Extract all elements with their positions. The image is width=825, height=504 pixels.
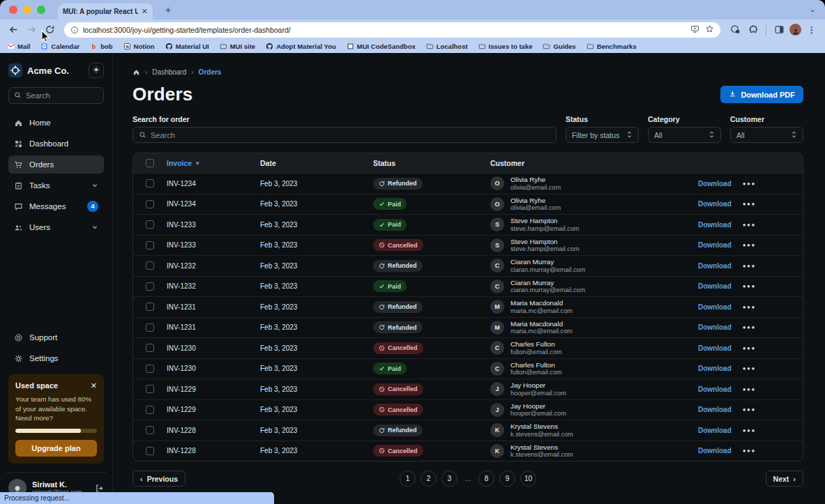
status-select[interactable]: Filter by status (566, 127, 639, 143)
theme-toggle-button[interactable] (89, 63, 104, 78)
profile-avatar[interactable] (789, 24, 801, 36)
row-checkbox[interactable] (146, 365, 154, 373)
sidebar-item-settings[interactable]: Settings (8, 349, 104, 367)
more-actions-button[interactable]: ●●● (743, 242, 756, 248)
more-actions-button[interactable]: ●●● (743, 365, 756, 372)
row-checkbox[interactable] (146, 220, 154, 229)
new-tab-button[interactable]: + (161, 4, 175, 15)
bookmark-calendar[interactable]: 31Calendar (40, 43, 80, 50)
download-link[interactable]: Download (698, 323, 732, 331)
download-link[interactable]: Download (698, 344, 732, 352)
sidebar-item-home[interactable]: Home (8, 114, 104, 132)
tab-close-icon[interactable]: ✕ (142, 8, 148, 15)
row-checkbox[interactable] (146, 179, 154, 188)
page-button-9[interactable]: 9 (499, 471, 515, 487)
row-checkbox[interactable] (146, 406, 154, 414)
order-search-input[interactable] (133, 127, 557, 143)
more-actions-button[interactable]: ●●● (743, 448, 756, 454)
page-button-1[interactable]: 1 (400, 471, 416, 487)
order-search-field[interactable] (151, 131, 550, 139)
download-link[interactable]: Download (698, 200, 732, 208)
row-checkbox[interactable] (146, 261, 154, 270)
download-link[interactable]: Download (698, 385, 732, 393)
bookmark-notion[interactable]: NNotion (123, 43, 155, 50)
download-link[interactable]: Download (698, 303, 732, 311)
sidebar-item-messages[interactable]: Messages4 (8, 197, 104, 215)
row-checkbox[interactable] (146, 447, 154, 455)
bookmark-localhost[interactable]: Localhost (426, 43, 468, 50)
window-minimize-button[interactable] (23, 6, 31, 14)
download-link[interactable]: Download (698, 180, 732, 188)
row-checkbox[interactable] (146, 344, 154, 352)
bookmark-material-ui[interactable]: Material UI (165, 43, 209, 50)
password-manager-icon[interactable] (727, 22, 743, 38)
row-checkbox[interactable] (146, 241, 154, 250)
bookmark-mail[interactable]: Mail (7, 43, 30, 50)
more-actions-button[interactable]: ●●● (743, 201, 756, 207)
page-button-10[interactable]: 10 (520, 471, 536, 487)
breadcrumb-orders[interactable]: Orders (199, 68, 222, 76)
more-actions-button[interactable]: ●●● (743, 263, 756, 269)
more-actions-button[interactable]: ●●● (743, 181, 756, 187)
download-link[interactable]: Download (698, 282, 732, 290)
download-link[interactable]: Download (698, 221, 732, 229)
side-panel-icon[interactable] (771, 22, 787, 38)
bookmark-star-icon[interactable] (705, 24, 714, 36)
logout-icon[interactable] (95, 484, 104, 493)
breadcrumb-dashboard[interactable]: Dashboard (152, 68, 186, 76)
window-zoom-button[interactable] (37, 6, 45, 14)
row-checkbox[interactable] (146, 426, 154, 434)
close-icon[interactable]: ✕ (91, 382, 97, 390)
next-page-button[interactable]: Next› (766, 471, 803, 487)
more-actions-button[interactable]: ●●● (743, 427, 756, 434)
download-link[interactable]: Download (698, 447, 732, 455)
more-actions-button[interactable]: ●●● (743, 386, 756, 392)
back-icon[interactable] (6, 22, 21, 38)
sidebar-item-dashboard[interactable]: Dashboard (8, 135, 104, 153)
download-link[interactable]: Download (698, 241, 732, 249)
sidebar-search-input[interactable] (8, 87, 104, 104)
more-actions-button[interactable]: ●●● (743, 304, 756, 310)
category-select[interactable]: All (648, 127, 721, 143)
reload-icon[interactable] (42, 22, 57, 38)
sidebar-item-orders[interactable]: Orders (8, 155, 104, 174)
bookmark-guides[interactable]: Guides (543, 43, 575, 50)
more-actions-button[interactable]: ●●● (743, 345, 756, 351)
bookmark-adopt-material-you[interactable]: Adopt Material You (266, 43, 336, 50)
page-button-8[interactable]: 8 (478, 471, 494, 487)
bookmark-bob[interactable]: bbob (90, 43, 112, 50)
sidebar-item-users[interactable]: Users (8, 218, 104, 236)
download-link[interactable]: Download (698, 262, 732, 270)
tab-list-chevron-icon[interactable]: ⌄ (807, 4, 818, 15)
more-actions-button[interactable]: ●●● (743, 406, 756, 413)
bookmark-mui-site[interactable]: MUI site (220, 43, 255, 50)
window-close-button[interactable] (9, 6, 17, 14)
row-checkbox[interactable] (146, 282, 154, 291)
sidebar-item-support[interactable]: Support (8, 328, 104, 346)
site-info-icon[interactable] (70, 26, 79, 34)
bookmark-mui-codesandbox[interactable]: MUI CodeSandbox (347, 43, 416, 50)
forward-icon[interactable] (24, 22, 39, 38)
column-header-invoice[interactable]: Invoice▼ (167, 159, 260, 167)
select-all-checkbox[interactable] (146, 159, 154, 167)
more-actions-button[interactable]: ●●● (743, 222, 756, 228)
extensions-icon[interactable] (745, 22, 761, 38)
browser-menu-icon[interactable]: ⋮ (804, 22, 819, 38)
sidebar-item-tasks[interactable]: Tasks (8, 176, 104, 194)
row-checkbox[interactable] (146, 323, 154, 332)
bookmark-issues-to-take[interactable]: Issues to take (478, 43, 533, 50)
page-button-2[interactable]: 2 (421, 471, 437, 487)
sidebar-search-field[interactable] (26, 91, 98, 100)
row-checkbox[interactable] (146, 303, 154, 311)
customer-select[interactable]: All (730, 127, 803, 143)
row-checkbox[interactable] (146, 200, 154, 208)
row-checkbox[interactable] (146, 385, 154, 393)
more-actions-button[interactable]: ●●● (743, 324, 756, 330)
more-actions-button[interactable]: ●●● (743, 283, 756, 289)
home-icon[interactable] (133, 68, 140, 76)
download-pdf-button[interactable]: Download PDF (720, 86, 803, 103)
install-app-icon[interactable] (690, 24, 699, 36)
address-bar[interactable]: localhost:3000/joy-ui/getting-started/te… (64, 22, 720, 38)
download-link[interactable]: Download (698, 406, 732, 413)
download-link[interactable]: Download (698, 365, 732, 372)
